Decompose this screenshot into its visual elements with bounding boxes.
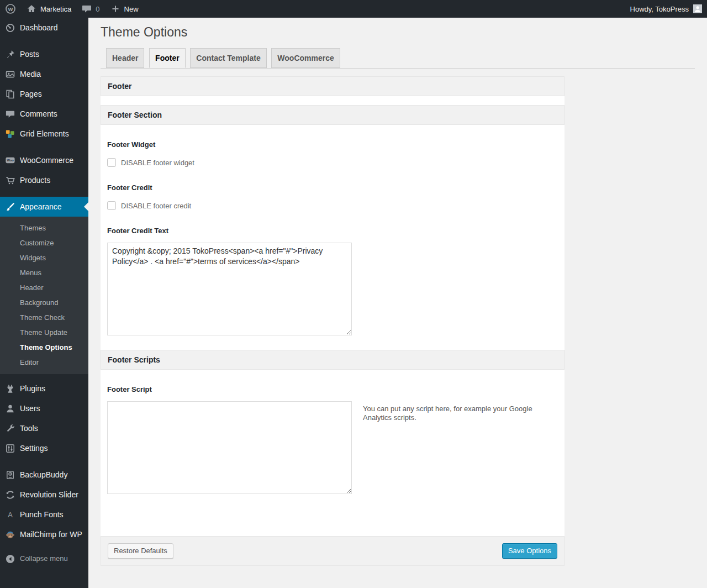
plus-icon [110, 3, 121, 14]
menu-separator [0, 38, 88, 44]
section-header-footer-scripts: Footer Scripts [101, 350, 564, 370]
tools-icon [4, 423, 15, 434]
footer-scripts-body: Footer Script You can put any script her… [101, 370, 564, 522]
site-name: Marketica [40, 5, 71, 13]
sidebar-item-users[interactable]: Users [0, 398, 88, 418]
disable-footer-credit-label: DISABLE footer credit [121, 202, 191, 210]
menu-separator [0, 544, 88, 549]
sidebar-item-tools[interactable]: Tools [0, 418, 88, 438]
sidebar-item-theme-check[interactable]: Theme Check [0, 310, 88, 325]
sidebar-item-backupbuddy[interactable]: BackupBuddy [0, 465, 88, 485]
sidebar-item-revolution-slider[interactable]: Revolution Slider [0, 485, 88, 505]
restore-defaults-button[interactable]: Restore Defaults [108, 543, 173, 559]
svg-text:W: W [8, 6, 13, 12]
disable-footer-credit-row: DISABLE footer credit [107, 201, 558, 210]
sidebar-item-posts[interactable]: Posts [0, 44, 88, 64]
sidebar-item-widgets[interactable]: Widgets [0, 250, 88, 265]
punch-fonts-icon: A [4, 509, 15, 520]
disable-footer-widget-row: DISABLE footer widget [107, 158, 558, 167]
svg-text:A: A [8, 510, 13, 518]
sidebar-item-menus[interactable]: Menus [0, 265, 88, 280]
appearance-icon [4, 201, 15, 212]
theme-options-panel: Footer Footer Section Footer Widget DISA… [101, 76, 564, 566]
avatar[interactable] [693, 4, 702, 13]
dashboard-icon [4, 22, 15, 33]
users-icon [4, 403, 15, 414]
sidebar-item-editor[interactable]: Editor [0, 355, 88, 370]
svg-text:Woo: Woo [7, 159, 14, 162]
admin-bar-right: Howdy, TokoPress [630, 0, 707, 18]
admin-bar-new[interactable]: New [105, 0, 144, 18]
new-label: New [124, 5, 139, 13]
pages-icon [4, 88, 15, 99]
products-icon [4, 175, 15, 186]
tab-header[interactable]: Header [106, 48, 144, 68]
tab-contact-template[interactable]: Contact Template [190, 48, 266, 68]
wordpress-logo-icon[interactable]: W [0, 0, 21, 18]
sidebar-item-appearance[interactable]: Appearance [0, 197, 88, 217]
tab-bar: Header Footer Contact Template WooCommer… [101, 48, 695, 69]
collapse-menu-button[interactable]: Collapse menu [0, 549, 88, 569]
sidebar-item-products[interactable]: Products [0, 170, 88, 190]
menu-separator [0, 374, 88, 379]
sidebar-item-settings[interactable]: Settings [0, 438, 88, 458]
disable-footer-widget-checkbox[interactable] [107, 158, 116, 167]
sidebar-item-dashboard[interactable]: Dashboard [0, 18, 88, 38]
footer-script-textarea[interactable] [107, 401, 352, 494]
admin-bar-left: W Marketica 0 New [0, 0, 144, 18]
comments-count: 0 [96, 5, 99, 13]
comments-icon [4, 108, 15, 119]
sidebar-item-media[interactable]: Media [0, 64, 88, 84]
menu-separator [0, 190, 88, 197]
site-menu[interactable]: Marketica [21, 0, 76, 18]
media-icon [4, 69, 15, 80]
sidebar-item-themes[interactable]: Themes [0, 221, 88, 235]
tab-woocommerce[interactable]: WooCommerce [271, 48, 340, 68]
admin-bar-comments[interactable]: 0 [76, 0, 104, 18]
panel-header-footer: Footer [101, 76, 564, 96]
admin-bar: W Marketica 0 New Howdy, TokoPress [0, 0, 707, 18]
sidebar-item-plugins[interactable]: Plugins [0, 379, 88, 398]
sidebar-item-pages[interactable]: Pages [0, 84, 88, 104]
mailchimp-icon [4, 529, 15, 540]
sidebar-item-header[interactable]: Header [0, 280, 88, 295]
footer-credit-text-label: Footer Credit Text [107, 227, 558, 235]
panel-actions-bar: Restore Defaults Save Options [101, 536, 564, 566]
sidebar-item-theme-options[interactable]: Theme Options [0, 340, 88, 355]
footer-script-row: You can put any script here, for example… [107, 393, 558, 494]
posts-icon [4, 49, 15, 60]
sidebar-item-comments[interactable]: Comments [0, 104, 88, 124]
sidebar-item-customize[interactable]: Customize [0, 235, 88, 250]
menu-separator [0, 458, 88, 465]
home-icon [26, 3, 37, 14]
footer-script-label: Footer Script [107, 385, 558, 393]
disable-footer-credit-checkbox[interactable] [107, 201, 116, 210]
sidebar-item-theme-update[interactable]: Theme Update [0, 325, 88, 340]
footer-credit-text-textarea[interactable]: Copyright &copy; 2015 TokoPress<span><a … [107, 243, 352, 335]
howdy-account-menu[interactable]: Howdy, TokoPress [630, 5, 689, 13]
appearance-submenu: Themes Customize Widgets Menus Header Ba… [0, 217, 88, 374]
plugins-icon [4, 383, 15, 394]
collapse-icon [4, 553, 15, 564]
sidebar-item-background[interactable]: Background [0, 295, 88, 310]
backupbuddy-icon [4, 469, 15, 480]
disable-footer-widget-label: DISABLE footer widget [121, 159, 194, 167]
page-title: Theme Options [101, 24, 695, 40]
save-options-button[interactable]: Save Options [502, 543, 557, 559]
woocommerce-icon: Woo [4, 155, 15, 166]
sidebar-item-punch-fonts[interactable]: A Punch Fonts [0, 505, 88, 524]
footer-script-description: You can put any script here, for example… [363, 405, 534, 422]
main-content: Theme Options Header Footer Contact Temp… [88, 0, 707, 588]
menu-separator [0, 144, 88, 150]
footer-credit-label: Footer Credit [107, 183, 558, 192]
tab-footer[interactable]: Footer [149, 48, 186, 68]
comments-bubble-icon [81, 3, 92, 14]
footer-widget-label: Footer Widget [107, 140, 558, 149]
grid-elements-icon [4, 128, 15, 139]
revolution-slider-icon [4, 489, 15, 500]
section-header-footer-section: Footer Section [101, 105, 564, 125]
sidebar-item-grid-elements[interactable]: Grid Elements [0, 124, 88, 144]
sidebar-item-woocommerce[interactable]: Woo WooCommerce [0, 150, 88, 170]
panel-spacer [101, 96, 564, 105]
sidebar-item-mailchimp[interactable]: MailChimp for WP [0, 524, 88, 544]
